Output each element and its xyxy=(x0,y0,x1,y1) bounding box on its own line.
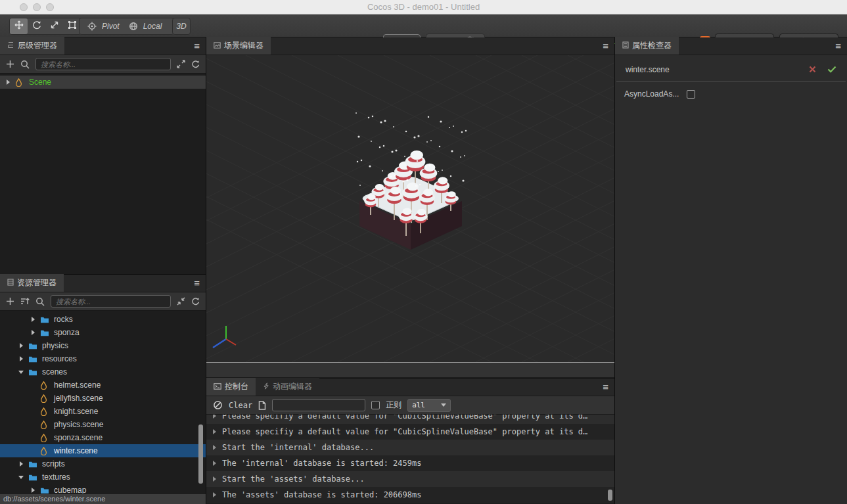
asset-label: helmet.scene xyxy=(54,380,101,390)
apply-icon[interactable] xyxy=(827,64,836,76)
tab-assets[interactable]: 资源管理器 xyxy=(0,274,64,292)
tab-scene-editor[interactable]: 场景编辑器 xyxy=(206,37,271,55)
arrow-right-icon[interactable] xyxy=(30,316,37,323)
rect-tool-button[interactable] xyxy=(63,18,81,34)
asset-header-row: winter.scene xyxy=(616,55,846,82)
asset-row-cubemap[interactable]: cubemap xyxy=(0,484,206,493)
log-expand-icon[interactable] xyxy=(213,461,216,466)
log-expand-icon[interactable] xyxy=(213,445,216,450)
revert-icon[interactable] xyxy=(809,64,816,76)
asset-row-resources[interactable]: resources xyxy=(0,352,206,365)
asset-label: textures xyxy=(42,472,70,482)
arrow-down-icon[interactable] xyxy=(18,474,26,480)
add-asset-button[interactable] xyxy=(6,297,14,306)
log-entry[interactable]: The 'assets' database is started: 206698… xyxy=(206,487,614,503)
log-entry[interactable]: Start the 'assets' database... xyxy=(206,471,614,487)
rotate-icon xyxy=(32,20,41,32)
asset-label: scripts xyxy=(42,459,65,469)
scene-node-icon xyxy=(15,78,26,87)
log-level-dropdown[interactable]: all xyxy=(407,399,451,412)
asset-row-sponza[interactable]: sponza xyxy=(0,326,206,339)
asset-row-scripts[interactable]: scripts xyxy=(0,457,206,470)
clear-icon[interactable] xyxy=(213,400,223,410)
console-filter-input[interactable] xyxy=(272,399,365,411)
animation-tab-icon xyxy=(263,382,269,392)
asset-row-winter.scene[interactable]: winter.scene xyxy=(0,444,206,457)
assets-menu-icon[interactable]: ≡ xyxy=(194,278,200,288)
scene-file-icon xyxy=(40,421,51,429)
console-scrollbar[interactable] xyxy=(608,490,612,501)
hierarchy-search-input[interactable] xyxy=(35,58,171,70)
asset-row-physics.scene[interactable]: physics.scene xyxy=(0,418,206,431)
hierarchy-node-scene[interactable]: Scene xyxy=(0,76,206,89)
scale-tool-button[interactable] xyxy=(45,18,63,34)
log-entry[interactable]: Please specifiy a default value for "Cub… xyxy=(206,415,614,424)
arrow-right-icon[interactable] xyxy=(18,342,26,349)
scene-viewport[interactable] xyxy=(206,55,614,362)
arrow-spacer xyxy=(30,382,37,388)
asset-row-physics[interactable]: physics xyxy=(0,339,206,352)
folder-icon xyxy=(40,487,51,494)
log-expand-icon[interactable] xyxy=(213,492,216,497)
scene-tab-label: 场景编辑器 xyxy=(224,40,263,51)
console-tab-label: 控制台 xyxy=(225,381,248,392)
asset-row-textures[interactable]: textures xyxy=(0,470,206,484)
arrow-right-icon[interactable] xyxy=(30,329,37,336)
collapse-all-icon[interactable] xyxy=(177,297,185,306)
console-menu-icon[interactable]: ≡ xyxy=(603,382,608,392)
arrow-right-icon[interactable] xyxy=(18,461,26,467)
tab-animation-editor[interactable]: 动画编辑器 xyxy=(256,378,319,396)
coordinate-mode-label[interactable]: Local xyxy=(143,22,162,31)
window-zoom-button[interactable] xyxy=(46,3,54,11)
add-node-button[interactable] xyxy=(6,60,14,68)
globe-icon[interactable] xyxy=(129,22,138,31)
log-entry[interactable]: The 'internal' database is started: 2459… xyxy=(206,455,614,471)
log-entry[interactable]: Start the 'internal' database... xyxy=(206,440,614,455)
assets-scrollbar[interactable] xyxy=(198,424,203,484)
sort-icon[interactable] xyxy=(20,297,30,306)
log-expand-icon[interactable] xyxy=(213,415,216,419)
window-close-button[interactable] xyxy=(20,3,28,11)
window-minimize-button[interactable] xyxy=(33,3,41,11)
main-toolbar: Pivot Local 3D 浏览器 192.168.54.17:7456 0 … xyxy=(0,14,847,37)
scene-file-icon xyxy=(40,407,51,416)
arrow-right-icon[interactable] xyxy=(30,487,37,493)
arrow-down-icon[interactable] xyxy=(18,369,26,375)
log-expand-icon[interactable] xyxy=(213,429,216,434)
regex-checkbox[interactable] xyxy=(371,401,380,409)
expand-all-icon[interactable] xyxy=(177,60,185,68)
log-text: The 'assets' database is started: 206698… xyxy=(222,490,421,499)
asset-row-knight.scene[interactable]: knight.scene xyxy=(0,405,206,418)
refresh-icon[interactable] xyxy=(191,297,200,306)
clear-button[interactable]: Clear xyxy=(229,401,252,410)
async-load-checkbox[interactable] xyxy=(687,90,695,99)
log-file-icon[interactable] xyxy=(258,401,266,410)
inspector-menu-icon[interactable]: ≡ xyxy=(835,41,841,51)
asset-row-jellyfish.scene[interactable]: jellyfish.scene xyxy=(0,392,206,405)
asset-row-helmet.scene[interactable]: helmet.scene xyxy=(0,378,206,392)
tab-console[interactable]: 控制台 xyxy=(206,378,256,396)
asset-name: winter.scene xyxy=(626,65,809,74)
assets-search-input[interactable] xyxy=(51,295,171,308)
arrow-right-icon[interactable] xyxy=(5,79,12,85)
arrow-right-icon[interactable] xyxy=(18,355,26,362)
log-entry[interactable]: Please specifiy a default value for "Cub… xyxy=(206,424,614,440)
scene-tab-icon xyxy=(214,41,221,51)
asset-row-scenes[interactable]: scenes xyxy=(0,365,206,378)
rotate-tool-button[interactable] xyxy=(28,18,45,34)
folder-icon xyxy=(28,474,39,481)
asset-row-sponza.scene[interactable]: sponza.scene xyxy=(0,431,206,444)
scene-menu-icon[interactable]: ≡ xyxy=(603,41,608,51)
tab-inspector[interactable]: 属性检查器 xyxy=(615,37,679,55)
toggle-3d-button[interactable]: 3D xyxy=(172,18,191,35)
hierarchy-menu-icon[interactable]: ≡ xyxy=(194,41,200,51)
asset-label: rocks xyxy=(54,315,73,324)
pivot-icon[interactable] xyxy=(87,22,97,31)
move-tool-button[interactable] xyxy=(10,18,28,34)
log-text: Please specifiy a default value for "Cub… xyxy=(222,415,587,421)
tab-hierarchy[interactable]: 层级管理器 xyxy=(0,37,64,55)
refresh-icon[interactable] xyxy=(191,60,200,68)
pivot-mode-label[interactable]: Pivot xyxy=(102,22,120,31)
log-expand-icon[interactable] xyxy=(213,476,216,482)
asset-row-rocks[interactable]: rocks xyxy=(0,313,206,326)
